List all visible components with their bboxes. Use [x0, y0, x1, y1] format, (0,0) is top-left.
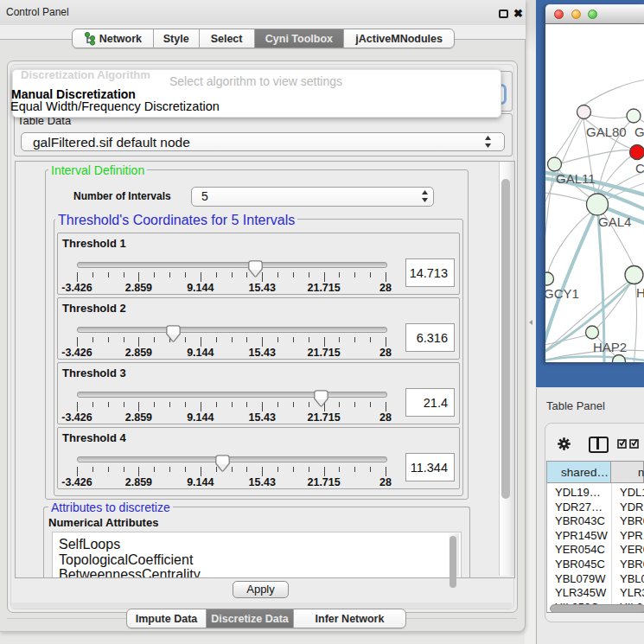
svg-text:GAL4: GAL4: [598, 214, 631, 229]
svg-text:C: C: [635, 161, 644, 175]
svg-text:HAP2: HAP2: [593, 340, 627, 354]
svg-text:GAL11: GAL11: [556, 171, 596, 186]
svg-text:GCY1: GCY1: [545, 286, 579, 301]
svg-text:GAL80: GAL80: [586, 124, 627, 139]
svg-text:H: H: [636, 285, 644, 300]
svg-text:GA: GA: [634, 124, 644, 139]
